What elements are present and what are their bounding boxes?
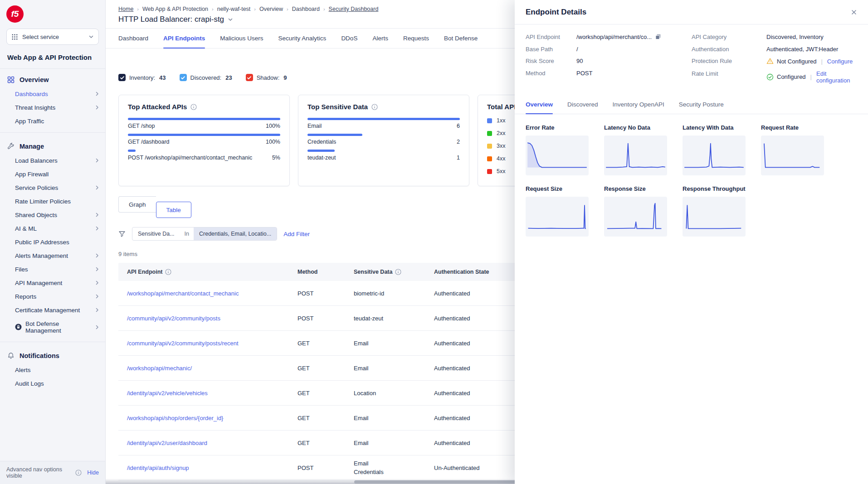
breadcrumb-home[interactable]: Home <box>118 6 133 12</box>
sidebar-item-app-firewall[interactable]: App Firewall <box>0 167 105 181</box>
top-attacked-bars: GET /shop100%GET /dashboard100%POST /wor… <box>128 118 280 161</box>
sidebar-section-manage[interactable]: Manage <box>0 137 105 154</box>
info-icon[interactable] <box>190 104 197 110</box>
section-label: Overview <box>20 76 49 83</box>
info-icon[interactable] <box>371 104 378 110</box>
sidebar-item-bot-defense-management[interactable]: Bot Defense Management <box>0 317 105 337</box>
sidebar-item-audit-logs[interactable]: Audit Logs <box>0 377 105 390</box>
endpoint-link[interactable]: /workshop/api/merchant/contact_mechanic <box>127 290 297 297</box>
metric-value: 2 <box>457 139 460 145</box>
endpoint-link[interactable]: /workshop/api/mechanic/ <box>127 365 297 372</box>
filter-checkbox-shadow[interactable]: Shadow:9 <box>246 74 287 81</box>
sidebar-item-label: Audit Logs <box>15 380 44 387</box>
column-label: API Endpoint <box>127 269 162 275</box>
panel-tab-discovered[interactable]: Discovered <box>567 95 598 114</box>
tab-requests[interactable]: Requests <box>403 29 429 48</box>
divider: | <box>821 58 822 65</box>
sidebar-item-app-traffic[interactable]: App Traffic <box>0 114 105 128</box>
tab-dashboard[interactable]: Dashboard <box>118 29 148 48</box>
metric-bar <box>307 134 362 136</box>
sidebar-item-ai-ml[interactable]: AI & ML <box>0 222 105 235</box>
panel-tab-overview[interactable]: Overview <box>526 95 553 114</box>
tab-security-analytics[interactable]: Security Analytics <box>278 29 327 48</box>
detail-base-path: Base Path/ <box>526 46 680 53</box>
sidebar-item-label: Public IP Addresses <box>15 239 69 246</box>
endpoint-link[interactable]: /community/api/v2/community/posts <box>127 315 297 322</box>
close-icon[interactable] <box>851 9 857 15</box>
filter-operator-chip[interactable]: In <box>180 227 194 240</box>
breadcrumb-security-dashboard[interactable]: Security Dashboard <box>329 6 379 12</box>
endpoint-link[interactable]: /community/api/v2/community/posts/recent <box>127 340 297 347</box>
sidebar-item-label: Threat Insights <box>15 104 55 111</box>
panel-tab-inventory-openapi[interactable]: Inventory OpenAPI <box>613 95 664 114</box>
sidebar-item-alerts-management[interactable]: Alerts Management <box>0 249 105 262</box>
detail-value-text: 90 <box>576 58 583 64</box>
filter-checkbox-discovered[interactable]: Discovered:23 <box>180 74 232 81</box>
sidebar-item-public-ip-addresses[interactable]: Public IP Addresses <box>0 235 105 249</box>
filter-checkbox-inventory[interactable]: Inventory:43 <box>118 74 166 81</box>
sidebar-item-certificate-management[interactable]: Certificate Management <box>0 303 105 317</box>
advanced-nav-text: Advanced nav options visible <box>6 466 72 479</box>
sensitive-data-cell: Email <box>354 339 434 348</box>
sidebar-section-overview[interactable]: Overview <box>0 71 105 87</box>
tab-api-endpoints[interactable]: API Endpoints <box>163 29 205 48</box>
chart-request-size: Request Size <box>526 185 589 237</box>
info-icon[interactable] <box>75 469 82 476</box>
detail-value: Discovered, Inventory <box>766 34 824 40</box>
sidebar-item-threat-insights[interactable]: Threat Insights <box>0 101 105 114</box>
breadcrumb-dashboard[interactable]: Dashboard <box>292 6 320 12</box>
edit-configuration-link[interactable]: Edit configuration <box>816 70 857 84</box>
method-cell: GET <box>297 415 354 421</box>
detail-label: Protection Rule <box>692 58 766 64</box>
sidebar-item-api-management[interactable]: API Management <box>0 276 105 290</box>
panel-tab-security-posture[interactable]: Security Posture <box>679 95 724 114</box>
sidebar-item-load-balancers[interactable]: Load Balancers <box>0 154 105 167</box>
sidebar-item-service-policies[interactable]: Service Policies <box>0 181 105 194</box>
sidebar-section-notifications[interactable]: Notifications <box>0 347 105 363</box>
breadcrumb-separator: › <box>287 6 288 12</box>
method-cell: POST <box>297 315 354 322</box>
sidebar-item-reports[interactable]: Reports <box>0 290 105 303</box>
endpoint-details-panel: Endpoint Details API Endpoint/workshop/a… <box>515 0 868 484</box>
check-icon <box>766 73 774 81</box>
configure-link[interactable]: Configure <box>827 58 853 65</box>
detail-label: Rate Limit <box>692 70 766 77</box>
sidebar-item-rate-limiter-policies[interactable]: Rate Limiter Policies <box>0 194 105 208</box>
sidebar-item-shared-objects[interactable]: Shared Objects <box>0 208 105 222</box>
endpoint-link[interactable]: /identity/api/v2/vehicle/vehicles <box>127 390 297 397</box>
detail-label: Authentication <box>692 46 766 53</box>
filter-value-chip[interactable]: Credentials, Email, Locatio... <box>194 227 277 240</box>
tab-ddos[interactable]: DDoS <box>341 29 357 48</box>
hide-link[interactable]: Hide <box>87 469 99 476</box>
sidebar-item-label: Alerts <box>15 367 31 373</box>
table-toggle-button[interactable]: Table <box>156 202 191 218</box>
sidebar-title: Web App & API Protection <box>0 45 105 69</box>
tab-malicious-users[interactable]: Malicious Users <box>220 29 263 48</box>
sidebar-item-dashboards[interactable]: Dashboards <box>0 87 105 101</box>
endpoint-link[interactable]: /identity/api/auth/signup <box>127 465 297 471</box>
tab-alerts[interactable]: Alerts <box>372 29 388 48</box>
filter-field-chip[interactable]: Sensitive Da... <box>132 227 180 240</box>
legend-label: 5xx <box>497 168 505 174</box>
breadcrumb-nelly-waf-test[interactable]: nelly-waf-test <box>217 6 251 12</box>
sidebar-item-files[interactable]: Files <box>0 262 105 276</box>
top-sensitive-bars: Email6Credentials2teudat-zeut1 <box>307 118 460 161</box>
breadcrumb-web-app-api-protection[interactable]: Web App & API Protection <box>142 6 208 12</box>
panel-header: Endpoint Details <box>515 0 868 24</box>
sidebar-item-label: API Management <box>15 280 62 286</box>
nav-divider <box>0 342 105 342</box>
chevron-right-icon <box>94 307 100 313</box>
select-service-dropdown[interactable]: Select service <box>6 29 99 45</box>
sidebar-item-label: Files <box>15 266 28 273</box>
breadcrumb-overview[interactable]: Overview <box>259 6 283 12</box>
method-cell: GET <box>297 365 354 372</box>
copy-icon[interactable] <box>655 34 662 40</box>
chevron-down-icon[interactable] <box>228 17 233 22</box>
sidebar-item-alerts[interactable]: Alerts <box>0 363 105 377</box>
tab-bot-defense[interactable]: Bot Defense <box>444 29 478 48</box>
endpoint-link[interactable]: /identity/api/v2/user/dashboard <box>127 440 297 446</box>
graph-toggle-button[interactable]: Graph <box>118 196 156 213</box>
endpoint-link[interactable]: /workshop/api/shop/orders/{order_id} <box>127 415 297 421</box>
sidebar-item-label: Alerts Management <box>15 252 68 259</box>
add-filter-button[interactable]: Add Filter <box>283 231 310 237</box>
